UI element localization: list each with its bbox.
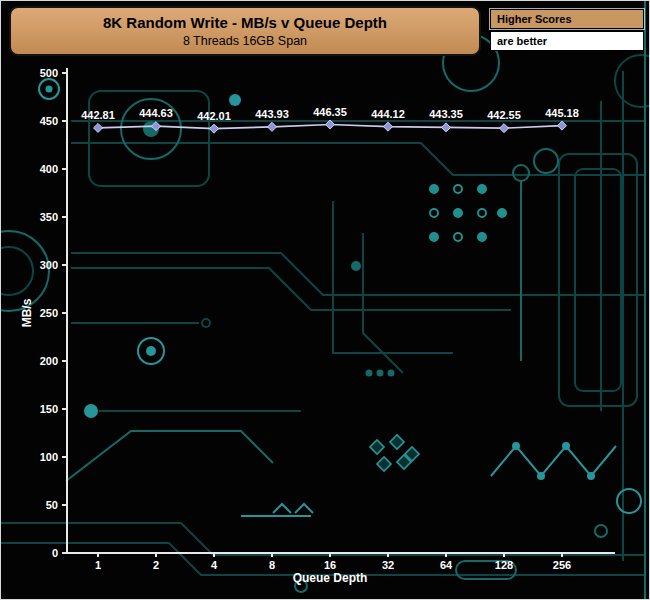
data-label: 443.93 (255, 108, 289, 120)
x-tick-label: 128 (495, 559, 513, 571)
y-tick-label: 50 (46, 499, 58, 511)
y-tick-label: 450 (40, 115, 58, 127)
y-tick-label: 400 (40, 163, 58, 175)
data-point-marker (499, 124, 508, 133)
y-tick-label: 200 (40, 355, 58, 367)
x-tick-label: 1 (95, 559, 101, 571)
legend: Higher Scores are better (490, 9, 644, 51)
x-tick-label: 256 (553, 559, 571, 571)
data-label: 445.18 (545, 107, 579, 119)
data-point-marker (325, 120, 334, 129)
y-axis-title: MB/s (20, 298, 34, 327)
x-tick-label: 32 (382, 559, 394, 571)
data-label: 444.63 (139, 107, 173, 119)
x-tick-label: 16 (324, 559, 336, 571)
data-point-marker (383, 122, 392, 131)
data-point-marker (557, 121, 566, 130)
data-label: 442.55 (487, 109, 521, 121)
chart-subtitle: 8 Threads 16GB Span (183, 35, 307, 48)
data-label: 442.01 (197, 110, 231, 122)
legend-higher-scores: Higher Scores (490, 9, 644, 29)
x-tick-label: 64 (440, 559, 453, 571)
y-tick-label: 0 (52, 547, 58, 559)
y-tick-label: 100 (40, 451, 58, 463)
x-tick-label: 2 (153, 559, 159, 571)
data-point-marker (267, 122, 276, 131)
data-label: 442.81 (81, 109, 115, 121)
legend-are-better: are better (490, 31, 644, 51)
chart-title-box: 8K Random Write - MB/s v Queue Depth 8 T… (9, 6, 481, 56)
chart-title: 8K Random Write - MB/s v Queue Depth (103, 15, 387, 32)
data-label: 446.35 (313, 106, 347, 118)
y-tick-label: 500 (40, 67, 58, 79)
y-tick-label: 250 (40, 307, 58, 319)
chart-page: 0501001502002503003504004505001248163264… (0, 0, 650, 600)
data-point-marker (93, 123, 102, 132)
x-tick-label: 8 (269, 559, 275, 571)
y-tick-label: 300 (40, 259, 58, 271)
data-point-marker (151, 122, 160, 131)
y-tick-label: 350 (40, 211, 58, 223)
x-tick-label: 4 (211, 559, 218, 571)
data-point-marker (441, 123, 450, 132)
y-tick-label: 150 (40, 403, 58, 415)
data-label: 443.35 (429, 108, 463, 120)
data-point-marker (209, 124, 218, 133)
x-axis-title: Queue Depth (293, 571, 368, 585)
chart-canvas: 0501001502002503003504004505001248163264… (1, 1, 650, 600)
data-label: 444.12 (371, 108, 405, 120)
